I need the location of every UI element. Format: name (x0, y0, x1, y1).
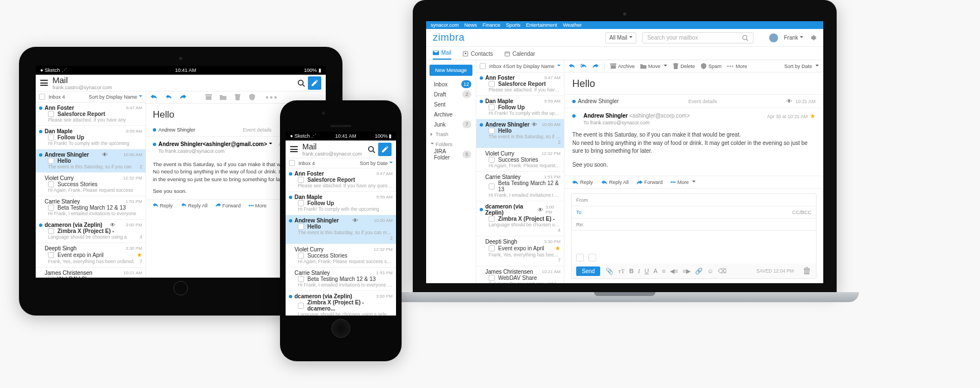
topbar-link[interactable]: Entertainment (526, 22, 557, 28)
forward-icon[interactable] (180, 93, 186, 103)
star-icon[interactable]: ★ (810, 113, 815, 120)
compose-button[interactable] (308, 76, 321, 90)
search-input[interactable]: Search your mailbox (642, 32, 754, 43)
more-dropdown[interactable]: ••• More (249, 203, 267, 208)
search-button[interactable] (295, 76, 308, 90)
message-item[interactable]: Dan Maple9:59 AMFollow UpHi Frank! To co… (36, 126, 146, 149)
message-checkbox[interactable] (489, 183, 495, 190)
folder-archive[interactable]: Archive (426, 109, 476, 119)
textcolor-icon[interactable]: A (653, 268, 657, 275)
message-checkbox[interactable] (489, 275, 495, 281)
message-item[interactable]: dcameron (via Zeplin)👁3:00 PMZimbra X (P… (476, 201, 564, 236)
avatar[interactable] (769, 33, 778, 42)
star-icon[interactable]: ★ (137, 251, 142, 259)
star-icon[interactable]: ★ (555, 245, 561, 252)
emoji-icon[interactable]: ☺ (707, 268, 713, 275)
message-checkbox[interactable] (298, 303, 304, 309)
message-checkbox[interactable] (298, 224, 304, 230)
spam-button[interactable]: Spam (701, 63, 722, 69)
attachment-thumb[interactable] (588, 254, 596, 261)
message-checkbox[interactable] (489, 216, 495, 222)
message-item[interactable]: Deepti Singh3:30 PMEvent expo in April★F… (36, 243, 146, 268)
message-checkbox[interactable] (489, 157, 495, 163)
message-checkbox[interactable] (489, 104, 495, 110)
reply-all-button[interactable]: Reply All (181, 203, 208, 208)
move-button[interactable]: Move (640, 63, 667, 69)
message-item[interactable]: Violet Curry12:32 PMSuccess StoriesHi Ag… (476, 148, 564, 172)
message-checkbox[interactable] (298, 177, 304, 183)
message-item[interactable]: James Christensen10:21 AMWebDAV ShareSol… (476, 266, 564, 283)
outdent-icon[interactable]: ◀≡ (670, 268, 678, 275)
folder-junk[interactable]: Junk7 (426, 119, 476, 129)
topbar-link[interactable]: Finance (482, 22, 500, 28)
message-checkbox[interactable] (48, 181, 54, 187)
message-item[interactable]: Andrew Shingler👁10:00 AMHelloThe event i… (286, 215, 396, 244)
message-item[interactable]: Violet Curry12:32 PMSuccess StoriesHi Ag… (286, 244, 396, 268)
message-item[interactable]: Carrie Stanley1:53 PMBeta Testing March … (476, 172, 564, 201)
folder-draft[interactable]: Draft2 (426, 89, 476, 99)
thread-header-collapsed[interactable]: Andrew Shingler Event details 👁 10:21 AM (564, 95, 823, 108)
tab-mail[interactable]: Mail (433, 50, 451, 60)
message-checkbox[interactable] (489, 81, 495, 87)
message-checkbox[interactable] (48, 111, 54, 117)
attach-icon[interactable]: 📎 (606, 268, 614, 275)
reply-button[interactable]: Reply (572, 180, 593, 185)
message-item[interactable]: Andrew Shingler👁10:00 AMHelloThe event i… (476, 119, 564, 148)
forward-button[interactable]: Forward (215, 203, 241, 208)
topbar-link[interactable]: synacor.com (431, 22, 459, 28)
subject-field[interactable]: Re: (576, 222, 584, 227)
sort-date[interactable]: Sort by Date (784, 64, 819, 69)
hamburger-icon[interactable] (290, 146, 298, 152)
gear-icon[interactable] (809, 34, 817, 42)
message-checkbox[interactable] (48, 134, 54, 140)
new-message-button[interactable]: New Message (429, 65, 472, 76)
mail-filter-dropdown[interactable]: All Mail (605, 32, 636, 43)
archive-icon[interactable] (205, 93, 212, 103)
reply-icon[interactable] (569, 63, 575, 69)
message-item[interactable]: dcameron (via Zeplin)👁3:00 PMZimbra X (P… (36, 220, 146, 243)
message-item[interactable]: Dan Maple9:59 AMFollow UpHi Frank! To co… (476, 96, 564, 119)
discard-icon[interactable]: 🗑 (803, 266, 812, 276)
message-checkbox[interactable] (298, 253, 304, 259)
message-checkbox[interactable] (298, 200, 304, 206)
compose-body[interactable] (572, 231, 816, 251)
message-checkbox[interactable] (48, 276, 54, 278)
delete-button[interactable]: Delete (673, 63, 695, 69)
attachment-thumb[interactable] (576, 254, 584, 261)
trash-group[interactable]: Trash (426, 129, 476, 139)
topbar-link[interactable]: Sports (506, 22, 520, 28)
forward-icon[interactable] (592, 63, 598, 69)
more-dropdown[interactable]: •••More (670, 180, 696, 185)
select-all-checkbox[interactable] (289, 160, 295, 166)
tab-calendar[interactable]: Calendar (504, 51, 535, 60)
clear-icon[interactable]: ⌫ (718, 268, 727, 275)
italic-icon[interactable]: I (638, 268, 640, 275)
home-button[interactable] (173, 281, 188, 295)
message-checkbox[interactable] (489, 128, 495, 134)
sort-dropdown[interactable]: Sort by Date (360, 161, 393, 166)
more-icon[interactable]: ••• (265, 93, 278, 103)
folder-sent[interactable]: Sent (426, 99, 476, 109)
search-button[interactable] (365, 143, 378, 156)
tab-contacts[interactable]: Contacts (462, 51, 493, 60)
indent-icon[interactable]: ≡▶ (683, 268, 691, 275)
topbar-link[interactable]: Weather (563, 22, 582, 28)
folder-inbox[interactable]: Inbox12 (426, 79, 476, 89)
reply-icon[interactable] (151, 93, 157, 103)
message-item[interactable]: Andrew Shingler👁10:00 AMHelloThe event i… (36, 149, 146, 173)
message-checkbox[interactable] (48, 158, 54, 164)
reply-all-icon[interactable] (581, 63, 587, 69)
message-checkbox[interactable] (48, 252, 54, 258)
list-icon[interactable]: ≡ (662, 268, 665, 275)
fontsize-icon[interactable]: тT (618, 268, 625, 275)
sort-dropdown[interactable]: Sort by Display Name (506, 64, 561, 69)
search-icon[interactable] (742, 35, 749, 41)
bold-icon[interactable]: B (629, 268, 634, 275)
move-icon[interactable] (220, 93, 226, 103)
sort-dropdown[interactable]: Sort by Display Name (89, 94, 142, 100)
ccbcc-toggle[interactable]: CC/BCC (792, 210, 812, 215)
link-icon[interactable]: 🔗 (695, 268, 703, 275)
message-checkbox[interactable] (489, 245, 495, 251)
archive-button[interactable]: Archive (610, 63, 635, 69)
message-item[interactable]: Ann Foster9:47 AMSalesforce ReportPlease… (476, 72, 564, 96)
